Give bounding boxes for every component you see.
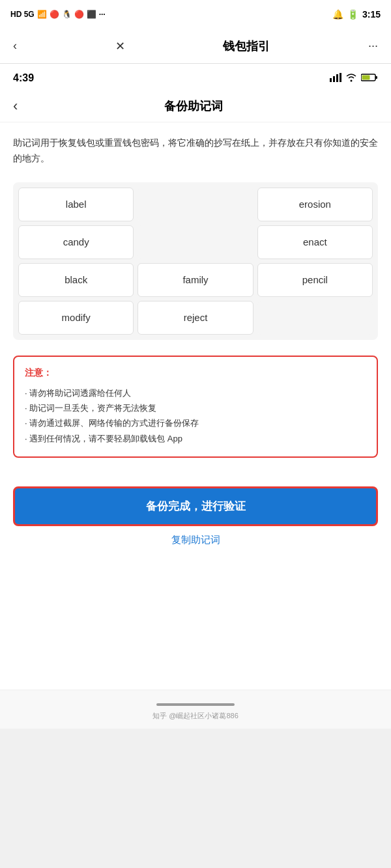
- copy-mnemonic-link[interactable]: 复制助记词: [13, 534, 378, 546]
- inner-app-header: ‹ 备份助记词: [0, 90, 391, 122]
- svg-rect-2: [336, 74, 338, 82]
- mnemonic-word-2: erosion: [257, 188, 373, 221]
- app-icon2: 🔴: [74, 10, 84, 19]
- mnemonic-word-6: family: [138, 263, 253, 297]
- inner-page-title: 备份助记词: [28, 98, 358, 114]
- mnemonic-word-5: black: [18, 263, 134, 297]
- home-indicator: [156, 703, 235, 706]
- app-icon1: 🐧: [62, 10, 72, 19]
- mnemonic-cell-empty-3: [257, 301, 373, 335]
- mnemonic-cell-empty-1: [138, 188, 253, 221]
- mnemonic-row-4: modify reject: [18, 301, 373, 335]
- inner-wifi-icon: [345, 73, 357, 84]
- warning-title: 注意：: [25, 367, 366, 379]
- action-area: ➤ 备份完成，进行验证 复制助记词: [0, 486, 391, 559]
- mnemonic-cell-empty-2: [138, 225, 253, 259]
- warning-item-4: · 遇到任何情况，请不要轻易卸载钱包 App: [25, 431, 366, 446]
- outer-app-title: 钱包指引: [223, 38, 270, 54]
- bottom-bar: 知乎 @崛起社区小诸葛886: [0, 690, 391, 729]
- mnemonic-word-8: modify: [18, 301, 134, 335]
- outer-status-left: HD 5G 📶 🔴 🐧 🔴 ⬛ ···: [10, 10, 106, 19]
- weibo-icon: 🔴: [50, 10, 59, 19]
- svg-rect-1: [333, 76, 335, 82]
- svg-rect-6: [375, 76, 377, 79]
- mnemonic-row-3: black family pencil: [18, 263, 373, 297]
- outer-back-button[interactable]: ‹: [13, 39, 17, 53]
- inner-battery-icon: [361, 73, 378, 84]
- warning-item-3: · 请勿通过截屏、网络传输的方式进行备份保存: [25, 415, 366, 430]
- svg-point-4: [351, 79, 353, 81]
- more-apps-text: ···: [99, 10, 106, 19]
- mnemonic-word-9: reject: [138, 301, 253, 335]
- mnemonic-row-2: candy enact: [18, 225, 373, 259]
- outer-status-bar: HD 5G 📶 🔴 🐧 🔴 ⬛ ··· 🔔 🔋 3:15: [0, 0, 391, 29]
- inner-phone-screen: 4:39: [0, 64, 391, 729]
- outer-time: 3:15: [362, 9, 381, 20]
- mnemonic-grid: label erosion candy enact black: [13, 182, 378, 340]
- mnemonic-word-1: label: [18, 188, 134, 221]
- svg-rect-3: [340, 73, 341, 82]
- backup-complete-button[interactable]: 备份完成，进行验证: [13, 486, 378, 526]
- description-text: 助记词用于恢复钱包或重置钱包密码，将它准确的抄写在纸上，并存放在只有你知道的安全…: [13, 135, 378, 167]
- inner-clock: 4:39: [13, 72, 34, 84]
- warning-box: 注意： · 请勿将助记词透露给任何人 · 助记词一旦丢失，资产将无法恢复 · 请…: [13, 356, 378, 458]
- outer-signal-text: HD 5G: [10, 10, 35, 19]
- app-icon3: ⬛: [87, 10, 96, 19]
- mnemonic-word-3: candy: [18, 225, 134, 259]
- mnemonic-word-7: pencil: [257, 263, 373, 297]
- watermark-text: 知乎 @崛起社区小诸葛886: [152, 712, 239, 720]
- outer-app-header: ‹ ✕ 钱包指引 ···: [0, 29, 391, 64]
- battery-icon: 🔋: [347, 9, 358, 20]
- warning-item-1: · 请勿将助记词透露给任何人: [25, 385, 366, 400]
- inner-signal-icon: [330, 73, 341, 84]
- inner-back-button[interactable]: ‹: [13, 98, 18, 115]
- warning-item-2: · 助记词一旦丢失，资产将无法恢复: [25, 400, 366, 415]
- mnemonic-word-4: enact: [257, 225, 373, 259]
- outer-more-button[interactable]: ···: [368, 39, 378, 53]
- inner-status-bar: 4:39: [0, 64, 391, 90]
- outer-close-button[interactable]: ✕: [115, 39, 125, 53]
- outer-status-right: 🔔 🔋 3:15: [332, 9, 381, 20]
- svg-rect-0: [330, 78, 332, 82]
- signal-icon: 📶: [37, 10, 47, 19]
- bell-icon: 🔔: [332, 9, 343, 20]
- content-area: 助记词用于恢复钱包或重置钱包密码，将它准确的抄写在纸上，并存放在只有你知道的安全…: [0, 122, 391, 486]
- svg-rect-7: [362, 75, 370, 79]
- mnemonic-row-1: label erosion: [18, 188, 373, 221]
- inner-status-icons: [330, 73, 378, 84]
